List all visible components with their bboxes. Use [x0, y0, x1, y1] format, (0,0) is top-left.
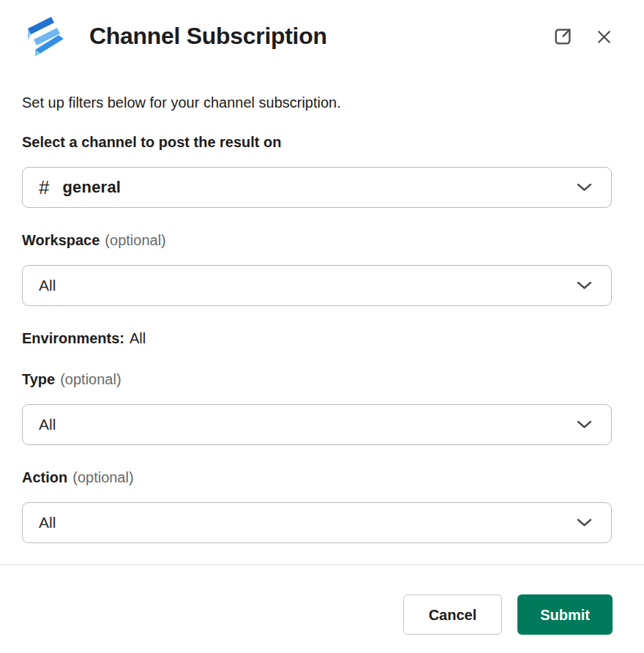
channel-field-group: Select a channel to post the result on #…: [22, 134, 612, 208]
workspace-optional-hint: (optional): [105, 232, 165, 248]
type-select-value: All: [39, 416, 56, 433]
modal-title: Channel Subscription: [89, 23, 553, 49]
header-actions: [553, 26, 613, 47]
chevron-down-icon: [577, 183, 592, 192]
workspace-field-group: Workspace(optional) All: [22, 232, 612, 306]
open-external-button[interactable]: [553, 26, 573, 47]
type-optional-hint: (optional): [60, 371, 121, 387]
environments-label: Environments:: [22, 330, 124, 346]
intro-text: Set up filters below for your channel su…: [22, 94, 612, 111]
type-field-group: Type(optional) All: [22, 371, 612, 445]
action-label-text: Action: [22, 469, 67, 485]
app-logo-icon: [26, 16, 67, 57]
close-icon: [595, 28, 613, 46]
modal-header: Channel Subscription: [0, 0, 644, 57]
submit-button[interactable]: Submit: [517, 594, 613, 635]
channel-hash-icon: #: [39, 178, 49, 197]
modal-footer: Cancel Submit: [0, 565, 644, 635]
action-select-value: All: [39, 514, 56, 531]
workspace-label-text: Workspace: [22, 232, 100, 248]
type-select[interactable]: All: [22, 404, 612, 445]
external-link-icon: [553, 26, 573, 47]
type-label: Type(optional): [22, 371, 612, 388]
cancel-button[interactable]: Cancel: [403, 594, 503, 635]
channel-select-value-wrap: # general: [39, 178, 121, 197]
workspace-label: Workspace(optional): [22, 232, 612, 249]
environments-line: Environments:All: [22, 330, 612, 347]
channel-select[interactable]: # general: [22, 167, 612, 208]
action-optional-hint: (optional): [72, 469, 133, 485]
chevron-down-icon: [577, 518, 592, 527]
chevron-down-icon: [577, 420, 592, 429]
workspace-select[interactable]: All: [22, 265, 612, 306]
action-select[interactable]: All: [22, 502, 612, 543]
workspace-select-value: All: [39, 277, 56, 294]
action-field-group: Action(optional) All: [22, 469, 612, 543]
modal-body: Set up filters below for your channel su…: [0, 94, 644, 543]
environments-value: All: [130, 330, 146, 346]
channel-select-value: general: [62, 178, 121, 197]
action-label: Action(optional): [22, 469, 612, 486]
close-button[interactable]: [595, 28, 613, 46]
chevron-down-icon: [577, 281, 592, 290]
channel-label: Select a channel to post the result on: [22, 134, 612, 151]
type-label-text: Type: [22, 371, 55, 387]
